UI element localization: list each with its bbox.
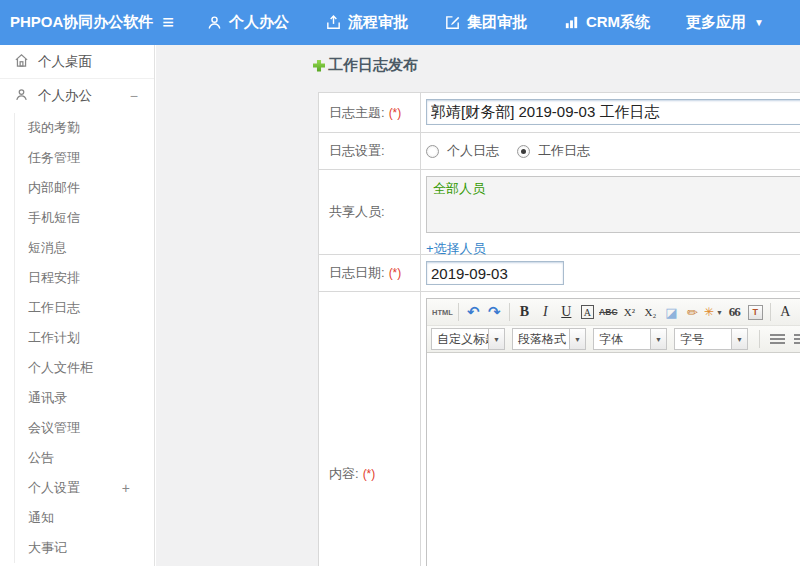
sidebar-item-announcement[interactable]: 公告 xyxy=(15,443,154,473)
nav-personal-office[interactable]: 个人办公 xyxy=(206,13,289,32)
date-label: 日志日期: (*) xyxy=(319,255,421,291)
font-family-dropdown[interactable]: 字体 ▼ xyxy=(593,328,667,350)
caret-down-icon: ▼ xyxy=(488,329,504,349)
paste-as-text-button[interactable]: T xyxy=(745,301,766,323)
field-label: 日志日期: xyxy=(329,264,385,282)
radio-label[interactable]: 个人日志 xyxy=(447,142,499,160)
sidebar-item-work-log[interactable]: 工作日志 xyxy=(15,293,154,323)
boxed-a-icon: A xyxy=(581,305,594,319)
nav-more-apps[interactable]: 更多应用 ▼ xyxy=(686,13,764,32)
align-lines xyxy=(794,334,800,345)
caret-down-icon: ▼ xyxy=(731,329,747,349)
sidebar-item-schedule[interactable]: 日程安排 xyxy=(15,263,154,293)
sidebar-item-label: 个人桌面 xyxy=(38,53,92,71)
sidebar-submenu: 我的考勤 任务管理 内部邮件 手机短信 短消息 日程安排 工作日志 工作计划 个… xyxy=(14,113,154,563)
upload-tray-icon xyxy=(325,14,342,31)
toolbar-separator xyxy=(458,303,459,321)
field-label: 日志设置: xyxy=(329,142,385,160)
log-type-row: 日志设置: 个人日志 工作日志 xyxy=(319,133,800,170)
nav-label: 个人办公 xyxy=(229,13,289,32)
strikethrough-button[interactable]: ABC xyxy=(598,301,619,323)
log-type-radio-group: 个人日志 工作日志 xyxy=(426,139,800,163)
dropdown-label: 字体 xyxy=(594,331,650,348)
sidebar-item-task-management[interactable]: 任务管理 xyxy=(15,143,154,173)
sidebar-item-contacts[interactable]: 通讯录 xyxy=(15,383,154,413)
nav-group-approval[interactable]: 集团审批 xyxy=(444,13,527,32)
editor-content-area[interactable] xyxy=(427,353,800,566)
required-mark: (*) xyxy=(389,106,402,120)
eraser-icon[interactable]: ◪ xyxy=(661,301,682,323)
superscript-button[interactable]: X² xyxy=(619,301,640,323)
expand-plus-icon[interactable]: + xyxy=(122,473,130,503)
sidebar-item-short-message[interactable]: 短消息 xyxy=(15,233,154,263)
radio-work-log[interactable] xyxy=(517,145,530,158)
sidebar-group-personal-office[interactable]: 个人办公 − xyxy=(0,79,154,113)
sidebar-item-personal-desktop[interactable]: 个人桌面 xyxy=(0,45,154,79)
sparkle-icon: ✳ xyxy=(704,305,714,319)
sidebar-item-label: 通知 xyxy=(28,503,130,533)
sidebar-item-internal-mail[interactable]: 内部邮件 xyxy=(15,173,154,203)
sidebar-item-notifications[interactable]: 通知 xyxy=(15,503,154,533)
auto-format-icon[interactable]: ✳ ▼ xyxy=(703,301,724,323)
sidebar-item-label: 个人设置 xyxy=(28,473,122,503)
align-center-icon[interactable] xyxy=(790,328,800,350)
content-row: 内容: (*) HTML ↶ ↷ B I U A ABC xyxy=(319,292,800,566)
radio-label[interactable]: 工作日志 xyxy=(538,142,590,160)
sidebar-item-label: 内部邮件 xyxy=(28,173,130,203)
nav-crm-system[interactable]: CRM系统 xyxy=(563,13,650,32)
bold-button[interactable]: B xyxy=(514,301,535,323)
sidebar-item-attendance[interactable]: 我的考勤 xyxy=(15,113,154,143)
dropdown-label: 段落格式 xyxy=(513,331,569,348)
share-members-box[interactable]: 全部人员 xyxy=(426,176,800,233)
sidebar-item-work-plan[interactable]: 工作计划 xyxy=(15,323,154,353)
format-brush-icon[interactable]: ✏ xyxy=(682,301,703,323)
font-size-dropdown[interactable]: 字号 ▼ xyxy=(674,328,748,350)
share-label: 共享人员: xyxy=(319,170,421,254)
subject-input[interactable] xyxy=(426,99,800,125)
user-icon xyxy=(206,14,223,31)
dropdown-label: 字号 xyxy=(675,331,731,348)
custom-heading-dropdown[interactable]: 自定义标题 ▼ xyxy=(431,328,505,350)
html-source-button[interactable]: HTML xyxy=(431,301,454,323)
sidebar-item-personal-files[interactable]: 个人文件柜 xyxy=(15,353,154,383)
underline-button[interactable]: U xyxy=(556,301,577,323)
toolbar-separator xyxy=(759,330,760,348)
sidebar-item-label: 日程安排 xyxy=(28,263,130,293)
blockquote-button[interactable]: 66 xyxy=(724,301,745,323)
sidebar-item-personal-settings[interactable]: 个人设置 + xyxy=(15,473,154,503)
font-color-button[interactable]: A xyxy=(775,301,796,323)
toolbar-separator xyxy=(770,303,771,321)
edit-square-icon xyxy=(444,14,461,31)
plus-icon xyxy=(313,60,325,72)
sidebar-item-label: 我的考勤 xyxy=(28,113,130,143)
subject-row: 日志主题: (*) xyxy=(319,93,800,133)
sidebar-item-milestones[interactable]: 大事记 xyxy=(15,533,154,563)
nav-workflow-approval[interactable]: 流程审批 xyxy=(325,13,408,32)
align-lines xyxy=(770,334,785,345)
nav-label: 流程审批 xyxy=(348,13,408,32)
required-mark: (*) xyxy=(363,467,376,481)
collapse-minus-icon[interactable]: − xyxy=(130,88,138,104)
subscript-button[interactable]: X₂ xyxy=(640,301,661,323)
caret-down-icon: ▼ xyxy=(650,329,666,349)
radio-personal-log[interactable] xyxy=(426,145,439,158)
undo-icon[interactable]: ↶ xyxy=(463,301,484,323)
nav-label: 集团审批 xyxy=(467,13,527,32)
paragraph-format-dropdown[interactable]: 段落格式 ▼ xyxy=(512,328,586,350)
sidebar-item-meeting-management[interactable]: 会议管理 xyxy=(15,413,154,443)
field-label: 共享人员: xyxy=(329,203,385,221)
italic-button[interactable]: I xyxy=(535,301,556,323)
paste-icon: T xyxy=(748,305,763,320)
sidebar-item-label: 工作日志 xyxy=(28,293,130,323)
hamburger-menu-icon[interactable]: ≡ xyxy=(162,11,174,34)
redo-icon[interactable]: ↷ xyxy=(484,301,505,323)
sidebar-item-label: 手机短信 xyxy=(28,203,130,233)
date-input[interactable] xyxy=(426,261,564,285)
sidebar-item-sms[interactable]: 手机短信 xyxy=(15,203,154,233)
page-title-text: 工作日志发布 xyxy=(328,56,418,75)
caret-down-icon: ▼ xyxy=(716,309,723,316)
font-style-box-button[interactable]: A xyxy=(577,301,598,323)
top-nav: 个人办公 流程审批 集团审批 CRM系统 xyxy=(206,13,800,32)
date-cell xyxy=(421,255,800,291)
align-left-icon[interactable] xyxy=(766,328,788,350)
